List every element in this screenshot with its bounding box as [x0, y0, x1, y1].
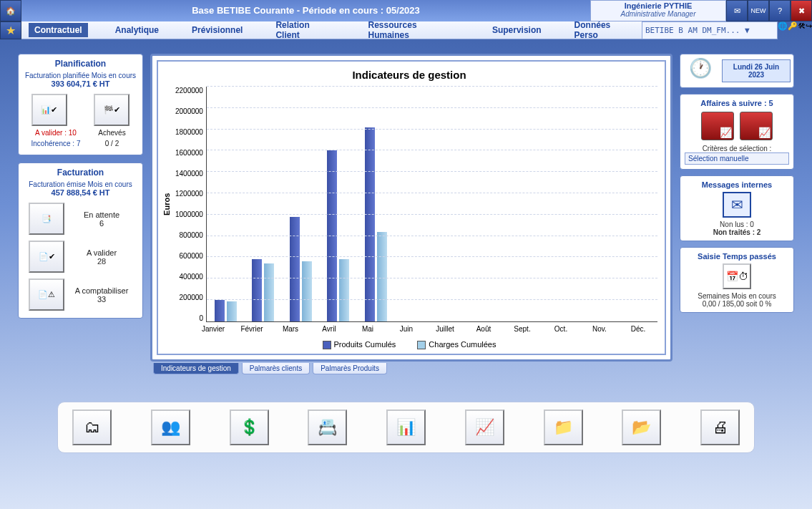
bar-group-janvier	[207, 87, 245, 321]
fact-icon-1[interactable]: 📄✔	[29, 241, 64, 273]
tab-données-perso[interactable]: Données Perso	[569, 18, 642, 42]
chart-tabs: Indicateurs de gestionPalmarès clientsPa…	[150, 363, 672, 374]
favorite-icon[interactable]: ★	[0, 21, 21, 39]
bar-group-juin	[394, 87, 432, 321]
dock-folder-1-icon[interactable]: 📁	[544, 409, 583, 445]
saisie-title: Saisie Temps passés	[685, 252, 789, 261]
x-tick: Mai	[348, 325, 387, 333]
bar	[290, 217, 300, 321]
x-tick: Oct.	[542, 325, 580, 333]
home-icon[interactable]: 🏠	[0, 0, 21, 21]
bar	[264, 263, 274, 321]
fact-label: A valider	[73, 248, 130, 257]
tab-analytique[interactable]: Analytique	[109, 23, 165, 37]
tab-prévisionnel[interactable]: Prévisionnel	[186, 23, 248, 37]
fact-icon-0[interactable]: 📑	[29, 203, 64, 235]
x-tick: Déc.	[619, 325, 657, 333]
mail-large-icon[interactable]: ✉	[723, 192, 751, 218]
facturation-sub: Facturation émise Mois en cours	[24, 180, 137, 188]
saisie-sub: Semaines Mois en cours	[685, 292, 789, 300]
acheves-label: Achevés	[94, 129, 129, 137]
bar-group-nov.	[582, 87, 620, 321]
criteres-label: Critères de sélection :	[685, 145, 789, 152]
fact-icon-2[interactable]: 📄⚠	[29, 278, 64, 311]
chart-tab-1[interactable]: Palmarès clients	[242, 363, 310, 374]
tab-relation-client[interactable]: Relation Client	[270, 18, 341, 42]
bar	[215, 300, 225, 321]
bar	[327, 150, 337, 321]
planification-panel: Planification Facturation planifiée Mois…	[18, 54, 143, 155]
facturation-title: Facturation	[24, 168, 137, 178]
planification-title: Planification	[24, 59, 137, 69]
planif-done-icon[interactable]: 🏁✔	[94, 94, 129, 126]
affaires-title: Affaires à suivre : 5	[685, 99, 789, 107]
non-lus: Non lus : 0	[685, 220, 789, 228]
facturation-panel: Facturation Facturation émise Mois en co…	[18, 163, 143, 319]
facturation-amount: 457 888,54 € HT	[24, 188, 137, 197]
fact-count: 28	[73, 257, 130, 266]
dock-module-5-icon[interactable]: 📊	[386, 409, 426, 445]
bar-group-oct.	[544, 87, 582, 321]
x-tick: Sept.	[503, 325, 542, 333]
messages-title: Messages internes	[685, 180, 789, 189]
affaires-folder-1-icon[interactable]	[701, 112, 734, 140]
bar-group-août	[469, 87, 507, 321]
dock-module-6-icon[interactable]: 📈	[465, 409, 504, 445]
chart-xaxis: JanvierFévrierMarsAvrilMaiJuinJuilletAoû…	[194, 325, 657, 333]
calendar-clock-icon[interactable]: 📅⏱	[723, 263, 751, 289]
org-name: Ingénierie PYTHIE	[594, 1, 723, 10]
fact-row: 📄✔A valider28	[24, 241, 137, 273]
user-selector[interactable]: BETIBE B AM DM_FM... ▼	[642, 21, 778, 39]
dock-module-4-icon[interactable]: 📇	[308, 409, 347, 445]
new-icon[interactable]: NEW	[748, 0, 769, 21]
bar-group-sept.	[507, 87, 545, 321]
user-role: Administrative Manager	[594, 10, 723, 18]
tab-ressources-humaines[interactable]: Ressources Humaines	[363, 18, 465, 42]
x-tick: Avril	[310, 325, 348, 333]
bar	[339, 259, 349, 321]
legend-item: Produits Cumulés	[323, 340, 396, 349]
close-icon[interactable]: ✖	[791, 0, 812, 21]
messages-panel: Messages internes ✉ Non lus : 0 Non trai…	[680, 175, 794, 241]
legend-item: Charges Cumulées	[417, 340, 496, 349]
bar	[365, 127, 375, 321]
exit-icon[interactable]: ↪	[806, 21, 812, 39]
mail-icon[interactable]: ✉	[726, 0, 748, 21]
bar-group-juillet	[432, 87, 470, 321]
x-tick: Février	[233, 325, 271, 333]
chart-panel: Indicateurs de gestion Euros 22000002000…	[150, 54, 672, 362]
planification-sub: Facturation planifiée Mois en cours	[24, 72, 137, 79]
bottom-dock: 🗂👥💲📇📊📈📁📂🖨	[57, 402, 755, 453]
chart-ylabel: Euros	[161, 87, 172, 322]
criteres-select[interactable]: Sélection manuelle	[685, 152, 789, 165]
tab-contractuel[interactable]: Contractuel	[29, 23, 88, 37]
tab-supervision[interactable]: Supervision	[486, 23, 547, 37]
dock-module-2-icon[interactable]: 👥	[151, 409, 190, 445]
chart-yaxis: 2200000200000018000001600000140000012000…	[172, 87, 206, 322]
tools-icon[interactable]: 🛠	[798, 21, 806, 39]
main-tabs: ContractuelAnalytiquePrévisionnelRelatio…	[21, 21, 642, 39]
chart-tab-2[interactable]: Palmarès Produits	[313, 363, 387, 374]
fact-label: A comptabiliser	[73, 286, 130, 295]
dock-module-1-icon[interactable]: 🗂	[72, 409, 112, 445]
dock-folder-2-icon[interactable]: 📂	[622, 409, 661, 445]
chart-title: Indicateurs de gestion	[161, 66, 657, 87]
x-tick: Mars	[271, 325, 310, 333]
bar	[377, 232, 387, 321]
non-traites: Non traités : 2	[685, 228, 789, 236]
incoherence-label: Incohérence : 7	[31, 140, 81, 147]
key-icon[interactable]: 🔑	[788, 21, 798, 39]
date-panel: 🕐 Lundi 26 Juin 2023	[680, 54, 794, 88]
affaires-folder-2-icon[interactable]	[740, 112, 773, 140]
x-tick: Nov.	[580, 325, 619, 333]
chart-tab-0[interactable]: Indicateurs de gestion	[153, 363, 239, 374]
bar-group-avril	[319, 87, 357, 321]
dock-printer-icon[interactable]: 🖨	[700, 409, 740, 445]
fact-count: 6	[73, 219, 130, 228]
current-date: Lundi 26 Juin 2023	[722, 59, 791, 82]
globe-icon[interactable]: 🌐	[778, 21, 788, 39]
planif-pending-icon[interactable]: 📊✔	[31, 94, 67, 126]
dock-module-3-icon[interactable]: 💲	[230, 409, 269, 445]
chart-plot	[206, 87, 657, 322]
help-icon[interactable]: ?	[769, 0, 791, 21]
